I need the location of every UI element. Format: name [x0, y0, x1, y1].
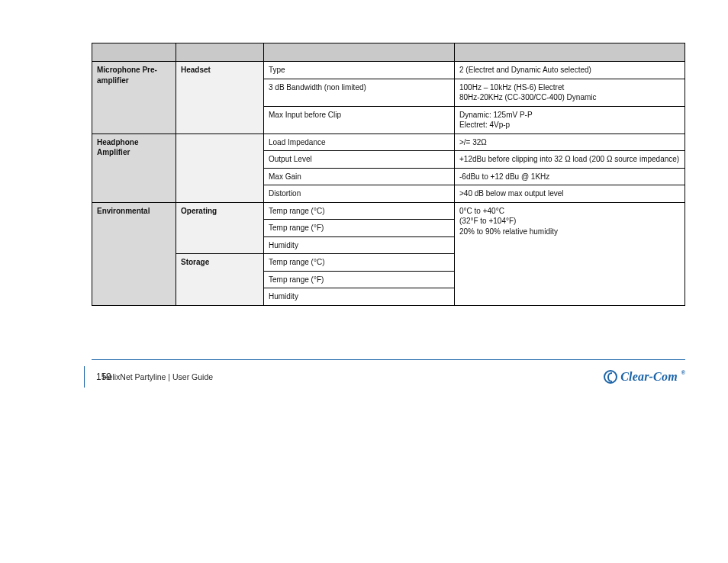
- spec-item: Temp range (°F): [264, 271, 455, 288]
- logo-trademark: ®: [681, 370, 685, 375]
- spec-table: Microphone Pre-amplifier Headset Type 2 …: [92, 43, 685, 306]
- clear-com-logo: Clear-Com ®: [604, 370, 685, 384]
- spec-value: 100Hz – 10kHz (HS-6) Electret 80Hz-20KHz…: [455, 79, 685, 106]
- spec-item: Max Gain: [264, 168, 455, 185]
- page-number: 159: [92, 372, 116, 382]
- document-title: HelixNet Partyline | User Guide: [102, 372, 213, 381]
- subcategory-cell: Headset: [176, 62, 264, 134]
- spec-value: Dynamic: 125mV P-P Electret: 4Vp-p: [455, 106, 685, 134]
- footer-vertical-bar: [84, 366, 85, 388]
- spec-item: Distortion: [264, 185, 455, 203]
- category-cell: Headphone Amplifier: [92, 134, 176, 202]
- spec-item: Humidity: [264, 236, 455, 254]
- spec-item: 3 dB Bandwidth (non limited): [264, 79, 455, 106]
- table-header-row: [92, 43, 685, 62]
- table-row: Headphone Amplifier Load Impedance >/= 3…: [92, 134, 685, 151]
- subcategory-cell: Storage: [176, 254, 264, 306]
- spec-value: -6dBu to +12 dBu @ 1KHz: [455, 168, 685, 185]
- spec-value: 2 (Electret and Dynamic Auto selected): [455, 62, 685, 79]
- logo-icon: [604, 370, 617, 384]
- spec-item: Load Impedance: [264, 134, 455, 151]
- subcategory-cell: Operating: [176, 202, 264, 254]
- spec-item: Humidity: [264, 288, 455, 306]
- spec-value: >40 dB below max output level: [455, 185, 685, 203]
- spec-item: Temp range (°C): [264, 202, 455, 220]
- category-cell: Microphone Pre-amplifier: [92, 62, 176, 134]
- spec-item: Temp range (°F): [264, 220, 455, 237]
- footer-divider: [92, 359, 685, 360]
- spec-item: Temp range (°C): [264, 254, 455, 272]
- page-footer: 159 HelixNet Partyline | User Guide Clea…: [92, 366, 685, 388]
- spec-item: Max Input before Clip: [264, 106, 455, 134]
- spec-value: 0°C to +40°C (32°F to +104°F) 20% to 90%…: [455, 202, 685, 305]
- col-header-2: [176, 43, 264, 62]
- spec-item: Type: [264, 62, 455, 79]
- table-row: Environmental Operating Temp range (°C) …: [92, 202, 685, 220]
- col-header-1: [92, 43, 176, 62]
- spec-value: >/= 32Ω: [455, 134, 685, 151]
- logo-text: Clear-Com: [620, 370, 678, 384]
- col-header-4: [455, 43, 685, 62]
- col-header-3: [264, 43, 455, 62]
- subcategory-cell: [176, 134, 264, 202]
- table-row: Microphone Pre-amplifier Headset Type 2 …: [92, 62, 685, 79]
- spec-value: +12dBu before clipping into 32 Ω load (2…: [455, 151, 685, 169]
- category-cell: Environmental: [92, 202, 176, 305]
- spec-item: Output Level: [264, 151, 455, 169]
